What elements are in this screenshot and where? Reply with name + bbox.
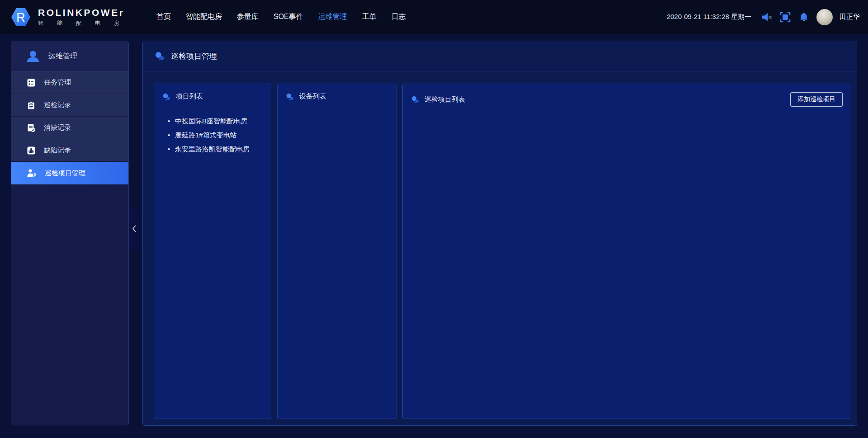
topbar: R ROLINKPOWEr 智能配电房 首页 智能配电房 参量库 SOE事件 运… xyxy=(0,0,868,34)
inspection-record-icon xyxy=(27,101,36,110)
add-inspection-project-button[interactable]: 添加巡检项目 xyxy=(790,92,843,107)
task-icon xyxy=(27,78,36,87)
chevron-left-icon xyxy=(132,225,137,233)
bell-icon[interactable] xyxy=(798,12,810,23)
sidebar-item-task-management[interactable]: 任务管理 xyxy=(11,71,128,94)
project-list-item[interactable]: 唐延路1#箱式变电站 xyxy=(168,131,271,139)
sidebar-header: 运维管理 xyxy=(11,41,128,71)
panel-title: 项目列表 xyxy=(176,92,203,101)
sidebar-collapse-toggle[interactable] xyxy=(129,207,139,250)
datetime: 2020-09-21 11:32:28 星期一 xyxy=(667,13,751,21)
dots-icon xyxy=(411,95,419,104)
brand-subtitle: 智能配电房 xyxy=(38,19,133,27)
dots-icon xyxy=(162,93,170,101)
user-icon xyxy=(25,48,41,64)
main-nav: 首页 智能配电房 参量库 SOE事件 运维管理 工单 日志 xyxy=(156,12,406,22)
panels-row: 项目列表 中投国际B座智能配电房 唐延路1#箱式变电站 永安里路洛凯智能配电房 … xyxy=(143,72,857,425)
user-avatar[interactable] xyxy=(816,9,833,25)
panel-title: 巡检项目列表 xyxy=(425,95,465,104)
nav-item-params[interactable]: 参量库 xyxy=(237,12,259,22)
nav-item-soe[interactable]: SOE事件 xyxy=(274,12,303,22)
speaker-muted-icon[interactable] xyxy=(761,12,773,23)
nav-item-logs[interactable]: 日志 xyxy=(392,12,406,22)
page-title: 巡检项目管理 xyxy=(171,51,217,61)
nav-item-rooms[interactable]: 智能配电房 xyxy=(186,12,222,22)
logo-icon: R xyxy=(10,6,32,28)
sidebar-item-label: 缺陷记录 xyxy=(44,146,71,155)
nav-item-ops[interactable]: 运维管理 xyxy=(318,12,347,22)
panel-title: 设备列表 xyxy=(299,92,326,101)
nav-item-home[interactable]: 首页 xyxy=(156,12,171,22)
nav-item-workorder[interactable]: 工单 xyxy=(362,12,377,22)
project-list-item[interactable]: 中投国际B座智能配电房 xyxy=(168,117,271,125)
defect-clear-icon xyxy=(27,123,36,132)
inspection-project-icon xyxy=(27,169,37,178)
sidebar-item-label: 消缺记录 xyxy=(44,123,71,132)
svg-text:R: R xyxy=(16,11,25,24)
project-list-item[interactable]: 永安里路洛凯智能配电房 xyxy=(168,145,271,153)
defect-record-icon xyxy=(27,146,36,155)
sidebar-item-inspection-project-management[interactable]: 巡检项目管理 xyxy=(11,162,128,184)
username[interactable]: 田正华 xyxy=(840,13,860,21)
dots-icon xyxy=(155,51,165,61)
sidebar-item-label: 巡检记录 xyxy=(44,101,71,109)
sidebar-item-label: 巡检项目管理 xyxy=(45,169,85,178)
topbar-right: 2020-09-21 11:32:28 星期一 xyxy=(667,0,860,34)
brand: R ROLINKPOWEr 智能配电房 xyxy=(10,6,133,28)
page-header: 巡检项目管理 xyxy=(143,41,857,71)
main-content: 巡检项目管理 项目列表 中投国际B座智能配电房 唐延路1#箱式变电站 永安里路洛… xyxy=(142,41,857,426)
sidebar-header-label: 运维管理 xyxy=(48,52,77,61)
sidebar: 运维管理 任务管理 巡检记录 消缺记录 xyxy=(11,41,129,425)
dots-icon xyxy=(286,93,294,101)
sidebar-item-defect-clearing-records[interactable]: 消缺记录 xyxy=(11,117,128,139)
project-list-panel: 项目列表 中投国际B座智能配电房 唐延路1#箱式变电站 永安里路洛凯智能配电房 xyxy=(154,84,271,419)
inspection-project-list-panel: 巡检项目列表 添加巡检项目 xyxy=(402,84,850,419)
sidebar-item-label: 任务管理 xyxy=(44,78,71,87)
project-list: 中投国际B座智能配电房 唐延路1#箱式变电站 永安里路洛凯智能配电房 xyxy=(154,117,271,153)
sidebar-item-defect-records[interactable]: 缺陷记录 xyxy=(11,139,128,162)
device-list-panel: 设备列表 xyxy=(277,84,396,419)
sidebar-item-inspection-records[interactable]: 巡检记录 xyxy=(11,94,128,117)
brand-name: ROLINKPOWEr xyxy=(38,7,133,18)
fullscreen-icon[interactable] xyxy=(779,12,791,23)
